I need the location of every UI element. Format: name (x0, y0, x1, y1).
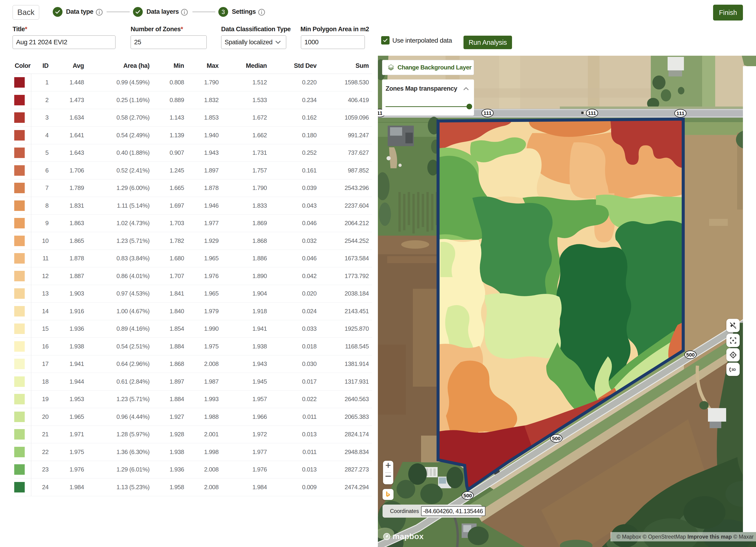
svg-text:500: 500 (686, 352, 695, 358)
svg-text:3D: 3D (731, 367, 736, 371)
svg-text:111: 111 (588, 110, 596, 116)
svg-text:11: 11 (378, 110, 383, 116)
svg-text:500: 500 (463, 493, 472, 498)
svg-text:111: 111 (484, 110, 491, 116)
svg-text:111: 111 (676, 111, 684, 116)
svg-text:500: 500 (552, 436, 561, 441)
